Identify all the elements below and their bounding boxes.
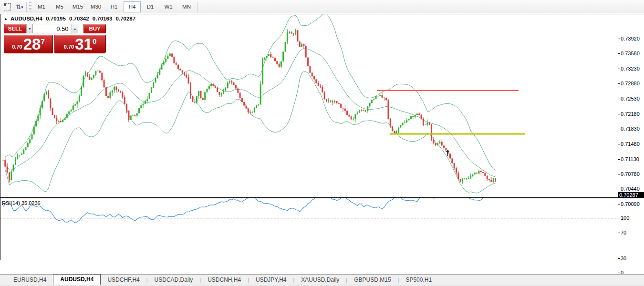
volume-increase-button[interactable]: ▲ — [72, 24, 79, 33]
candle-body — [107, 96, 109, 98]
timeframe-button-m30[interactable]: M30 — [87, 1, 104, 12]
candle-body — [134, 115, 135, 116]
candle-body — [476, 173, 478, 174]
timeframe-button-m15[interactable]: M15 — [69, 1, 86, 12]
chart-tab-usdcad-daily[interactable]: USDCAD,Daily — [148, 275, 200, 285]
chart-tab-gbpusd-m15[interactable]: GBPUSD,M15 — [347, 275, 397, 285]
candle-body — [171, 53, 173, 57]
chart-left-border — [0, 14, 0, 260]
toolbar: ⇅ ▾ M1M5M15M30H1H4D1W1MN — [0, 0, 644, 14]
candle-body — [62, 120, 63, 122]
candle-body — [373, 99, 374, 100]
dropdown-caret-icon: ▾ — [21, 5, 23, 10]
timeframe-button-w1[interactable]: W1 — [160, 1, 177, 12]
candle-body — [336, 101, 338, 103]
candle-body — [418, 113, 420, 115]
candle-body — [410, 116, 412, 119]
candle-body — [330, 101, 332, 102]
chart-tab-eurusd-h4[interactable]: EURUSD,H4 — [7, 275, 53, 285]
candle-body — [13, 165, 14, 172]
sell-button[interactable]: SELL — [4, 24, 26, 33]
rsi-tick-mark — [618, 258, 620, 259]
chart-tab-usdcnh-h4[interactable]: USDCNH,H4 — [201, 275, 248, 285]
candle-body — [392, 126, 393, 131]
dashed-box-icon — [4, 3, 11, 10]
candle-body — [235, 85, 237, 89]
timeframe-button-m5[interactable]: M5 — [51, 1, 68, 12]
candle-body — [112, 91, 113, 92]
candle-body — [363, 110, 364, 111]
candle-body — [449, 153, 451, 158]
candle-body — [482, 172, 484, 173]
rsi-tick-mark — [618, 218, 620, 218]
rsi-tick-mark — [618, 233, 620, 233]
chart-tab-usdchf-h4[interactable]: USDCHF,H4 — [101, 275, 146, 285]
candle-body — [328, 101, 329, 102]
buy-button[interactable]: BUY — [83, 24, 106, 33]
timeframe-button-h4[interactable]: H4 — [124, 1, 141, 12]
candle-body — [229, 82, 230, 83]
timeframe-button-mn[interactable]: MN — [178, 1, 195, 12]
candle-body — [412, 116, 414, 117]
sell-price-panel[interactable]: 0.70 28 7 — [4, 35, 53, 53]
candle-body — [334, 101, 335, 102]
price-tick-mark — [618, 159, 620, 160]
candle-body — [408, 119, 410, 121]
candle-body — [433, 140, 435, 143]
timeframe-button-h1[interactable]: H1 — [105, 1, 123, 12]
price-tick-label: 0.71830 — [621, 126, 644, 132]
chart-tab-sp500-h1[interactable]: SP500,H1 — [399, 275, 438, 285]
candle-body — [394, 131, 395, 133]
candle-body — [104, 80, 105, 87]
collapse-panel-icon[interactable]: ▲ — [4, 17, 8, 21]
price-tick-label: 0.72880 — [621, 81, 644, 86]
candle-body — [173, 57, 175, 63]
chart-tab-audusd-h4[interactable]: AUDUSD,H4 — [53, 274, 101, 285]
arrange-windows-icon[interactable]: ⇅ ▾ — [14, 2, 25, 12]
rsi-tick-label: 70 — [621, 230, 644, 235]
candle-body — [359, 111, 360, 112]
candle-body — [159, 70, 160, 75]
sort-arrows-icon: ⇅ — [16, 3, 21, 10]
candle-body — [120, 92, 121, 92]
candle-body — [291, 32, 292, 33]
rsi-divider[interactable] — [0, 197, 644, 198]
candle-body — [348, 115, 350, 117]
price-tick-mark — [618, 83, 620, 84]
chart-tab-xauusd-daily[interactable]: XAUUSD,Daily — [294, 275, 346, 285]
toolbar-grip[interactable] — [29, 2, 31, 12]
volume-decrease-button[interactable]: ▼ — [26, 24, 33, 33]
volume-input[interactable]: 0.50 — [33, 24, 71, 33]
candle-body — [54, 115, 55, 118]
candle-body — [307, 58, 309, 66]
timeframe-toolbar: M1M5M15M30H1H4D1W1MN — [32, 0, 196, 14]
candle-body — [163, 62, 165, 65]
chart-tab-usdjpy-h4[interactable]: USDJPY,H4 — [249, 275, 293, 285]
timeframe-button-m1[interactable]: M1 — [33, 1, 50, 12]
candle-body — [466, 178, 467, 179]
candle-body — [285, 42, 286, 51]
candle-body — [353, 119, 354, 120]
candle-body — [217, 88, 218, 92]
chart-shift-icon[interactable] — [2, 2, 12, 12]
candle-body — [208, 86, 210, 89]
candle-body — [25, 147, 27, 150]
time-axis-border — [0, 260, 644, 260]
buy-price-panel[interactable]: 0.70 31 0 — [54, 35, 106, 53]
candle-body — [114, 87, 115, 91]
rsi-chart-canvas[interactable] — [0, 198, 618, 260]
price-tick-mark — [618, 189, 620, 189]
candle-body — [23, 150, 24, 154]
candle-body — [429, 123, 430, 125]
candle-body — [37, 115, 39, 121]
candle-body — [365, 111, 366, 111]
candle-body — [313, 76, 315, 79]
candle-body — [241, 98, 243, 102]
candle-body — [192, 96, 193, 102]
candle-body — [437, 143, 438, 145]
candle-body — [490, 180, 492, 182]
timeframe-button-d1[interactable]: D1 — [142, 1, 159, 12]
candle-body — [462, 179, 463, 182]
candle-body — [423, 119, 424, 125]
candle-body — [346, 111, 348, 115]
